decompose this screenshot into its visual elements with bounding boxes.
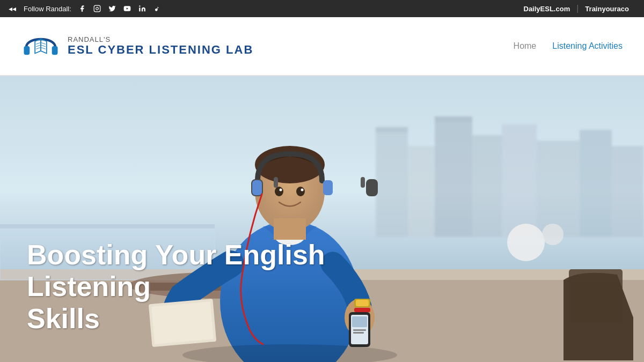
svg-point-58: [301, 189, 304, 191]
top-bar: ◂◂ Follow Randall: DailyESL.com |: [0, 0, 644, 17]
logo-randalls: RANDALL'S: [68, 35, 253, 43]
svg-line-10: [41, 43, 46, 45]
linkedin-link[interactable]: [137, 3, 148, 14]
share-icon: ◂◂: [9, 4, 16, 13]
svg-rect-43: [323, 180, 333, 195]
svg-rect-40: [366, 179, 378, 196]
main-nav: Home Listening Activities: [514, 39, 623, 53]
top-bar-right: DailyESL.com | Trainyouraco: [517, 4, 636, 13]
hero-title-line1: Boosting Your English Listening: [27, 239, 325, 302]
svg-rect-4: [24, 46, 30, 55]
svg-rect-23: [435, 116, 472, 122]
hero-section: Boosting Your English Listening Skills: [0, 76, 644, 362]
svg-line-9: [36, 48, 40, 49]
svg-rect-41: [361, 177, 365, 188]
twitter-link[interactable]: [107, 3, 118, 14]
svg-rect-42: [252, 180, 262, 195]
svg-line-11: [41, 45, 46, 47]
instagram-link[interactable]: [92, 3, 103, 14]
logo-icon: [21, 27, 60, 65]
facebook-link[interactable]: [77, 3, 87, 14]
hero-overlay: Boosting Your English Listening Skills: [0, 218, 644, 362]
logo-area[interactable]: RANDALL'S ESL CYBER LISTENING LAB: [21, 27, 253, 65]
svg-point-3: [139, 5, 140, 6]
svg-line-7: [36, 43, 40, 45]
follow-label: Follow Randall:: [24, 5, 71, 13]
top-bar-left: ◂◂ Follow Randall:: [9, 3, 163, 14]
logo-main-title: ESL CYBER LISTENING LAB: [68, 43, 253, 56]
youtube-link[interactable]: [122, 3, 133, 14]
svg-rect-39: [274, 177, 278, 188]
svg-point-57: [280, 189, 282, 191]
svg-point-55: [275, 187, 283, 196]
logo-text: RANDALL'S ESL CYBER LISTENING LAB: [68, 35, 253, 56]
tiktok-link[interactable]: [152, 3, 163, 14]
train-link[interactable]: Trainyouraco: [579, 5, 635, 13]
svg-rect-22: [376, 127, 408, 132]
listening-activities-nav-link[interactable]: Listening Activities: [552, 39, 623, 53]
social-icons-group: [77, 3, 163, 14]
svg-point-56: [296, 187, 305, 196]
svg-rect-0: [94, 5, 100, 12]
svg-line-12: [41, 48, 46, 49]
hero-title: Boosting Your English Listening Skills: [27, 239, 402, 335]
site-header: RANDALL'S ESL CYBER LISTENING LAB Home L…: [0, 17, 644, 76]
daily-esl-link[interactable]: DailyESL.com: [517, 5, 577, 13]
svg-rect-5: [52, 46, 58, 55]
hero-title-line2: Skills: [27, 303, 100, 334]
home-nav-link[interactable]: Home: [514, 39, 537, 53]
svg-line-8: [36, 45, 40, 47]
